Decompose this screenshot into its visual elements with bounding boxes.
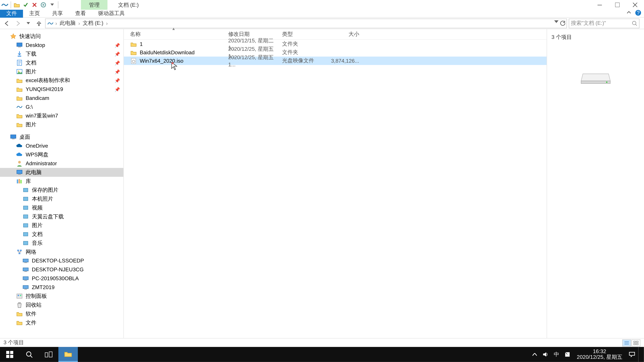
address-bar[interactable]: › 此电脑 › 文档 (E:) › [45, 18, 567, 28]
svg-rect-14 [12, 139, 14, 139]
svg-rect-13 [10, 135, 16, 138]
cloud-icon [16, 142, 23, 149]
tree-lib-item[interactable]: 图片 [0, 221, 124, 230]
tree-quick-item[interactable]: 文档📌 [0, 58, 124, 67]
explorer-taskbar-button[interactable] [58, 347, 78, 362]
crumb-thispc[interactable]: 此电脑 [59, 19, 76, 27]
tab-manage[interactable]: 管理 [81, 0, 108, 10]
chevron-right-icon[interactable]: › [106, 20, 108, 26]
qat-check-icon[interactable] [22, 1, 30, 9]
tree-quick-item[interactable]: 图片 [0, 120, 124, 129]
search-placeholder: 搜索"文档 (E:)" [571, 19, 606, 27]
tree-quick-item[interactable]: win7重装win7 [0, 111, 124, 120]
tree-network[interactable]: 网络 [0, 248, 124, 256]
refresh-icon[interactable] [560, 20, 566, 26]
column-type[interactable]: 类型 [282, 30, 326, 38]
app-icon[interactable] [1, 1, 9, 9]
tree-software[interactable]: 软件 [0, 309, 124, 318]
tree-onedrive[interactable]: OneDrive [0, 141, 124, 150]
tree-quick-item[interactable]: 下载📌 [0, 49, 124, 58]
tree-net-item[interactable]: DESKTOP-LSSOEDP [0, 256, 124, 265]
bird-icon [16, 103, 23, 110]
qat-dropdown-icon[interactable] [48, 1, 56, 9]
tray-overflow-icon[interactable] [530, 347, 540, 362]
ime-icon[interactable]: 中 [551, 347, 562, 362]
details-view-button[interactable] [622, 339, 631, 346]
tree-net-item[interactable]: ZMT2019 [0, 283, 124, 292]
back-button[interactable] [3, 19, 12, 28]
qat-close-icon[interactable] [30, 1, 38, 9]
svg-rect-26 [24, 232, 28, 236]
taskbar-clock[interactable]: 16:32 2020/12/25, 星期五 [573, 349, 626, 360]
crumb-drive[interactable]: 文档 (E:) [82, 19, 104, 27]
svg-rect-42 [18, 302, 21, 303]
start-button[interactable] [0, 347, 20, 362]
tree-wps[interactable]: WPS网盘 [0, 150, 124, 159]
search-input[interactable]: 搜索"文档 (E:)" [569, 18, 640, 28]
address-dropdown-icon[interactable] [554, 20, 558, 26]
pc-icon [22, 284, 29, 291]
tree-quick-access[interactable]: 快速访问 [0, 32, 124, 41]
tree-lib-item[interactable]: 音乐 [0, 239, 124, 248]
task-view-button[interactable] [39, 347, 58, 362]
tab-view[interactable]: 查看 [69, 9, 92, 17]
tree-lib-item[interactable]: 文档 [0, 230, 124, 239]
tree-net-item[interactable]: PC-20190530OBLA [0, 274, 124, 283]
tab-home[interactable]: 主页 [23, 9, 46, 17]
tree-quick-item[interactable]: 图片📌 [0, 67, 124, 76]
search-button[interactable] [20, 347, 39, 362]
tree-libraries[interactable]: 库 [0, 177, 124, 186]
tab-drive-tools[interactable]: 驱动器工具 [92, 9, 131, 17]
notification-badge-icon[interactable] [562, 347, 574, 362]
help-icon[interactable]: ? [635, 10, 642, 17]
svg-rect-30 [18, 253, 20, 254]
tree-desktop[interactable]: 桌面 [0, 133, 124, 141]
tree-recycle[interactable]: 回收站 [0, 301, 124, 309]
folder-icon [16, 77, 23, 84]
tree-lib-item[interactable]: 视频 [0, 203, 124, 212]
tree-quick-item[interactable]: Desktop📌 [0, 41, 124, 50]
tree-quick-item[interactable]: excel表格制作求和📌 [0, 76, 124, 85]
library-item-icon [22, 231, 29, 238]
tree-lib-item[interactable]: 天翼云盘下载 [0, 212, 124, 221]
star-icon [10, 33, 17, 40]
volume-icon[interactable] [540, 347, 551, 362]
tree-quick-item[interactable]: G:\ [0, 103, 124, 111]
tree-thispc[interactable]: 此电脑 [0, 168, 124, 177]
nav-tree: 快速访问 Desktop📌下载📌文档📌图片📌excel表格制作求和📌YUNQIS… [0, 29, 124, 338]
forward-button[interactable] [13, 19, 22, 28]
column-name[interactable]: 名称▲ [130, 30, 228, 38]
action-center-icon[interactable] [626, 347, 638, 362]
tab-share[interactable]: 共享 [46, 9, 69, 17]
svg-rect-29 [20, 250, 22, 251]
tree-quick-item[interactable]: Bandicam [0, 94, 124, 103]
tree-lib-item[interactable]: 本机照片 [0, 194, 124, 203]
tree-lib-item[interactable]: 保存的图片 [0, 186, 124, 195]
svg-rect-18 [17, 179, 18, 184]
qat-folder-icon[interactable] [13, 1, 21, 9]
file-row[interactable]: BaiduNetdiskDownload2020/12/25, 星期五 1...… [124, 48, 546, 56]
tab-file[interactable]: 文件 [0, 9, 23, 17]
column-size[interactable]: 大小 [326, 30, 362, 38]
file-row[interactable]: 12020/12/15, 星期二 1...文件夹 [124, 40, 546, 48]
minimize-button[interactable] [591, 0, 608, 10]
tree-net-item[interactable]: DESKTOP-NJEU3CG [0, 265, 124, 274]
tree-admin[interactable]: Administrator [0, 159, 124, 168]
chevron-right-icon[interactable]: › [55, 20, 57, 26]
show-desktop-button[interactable] [638, 347, 644, 362]
tree-control-panel[interactable]: 控制面板 [0, 292, 124, 301]
tree-label: Bandicam [26, 95, 49, 101]
qat-settings-icon[interactable] [40, 1, 47, 9]
icons-view-button[interactable] [632, 339, 640, 346]
chevron-right-icon[interactable]: › [78, 20, 80, 26]
column-date[interactable]: 修改日期 [228, 30, 282, 38]
search-icon[interactable] [632, 21, 637, 26]
close-button[interactable] [626, 0, 644, 10]
collapse-ribbon-icon[interactable] [626, 10, 633, 17]
file-row[interactable]: Win7x64_2020.iso2020/12/25, 星期五 1...光盘映像… [124, 57, 546, 65]
recent-dropdown-icon[interactable] [24, 19, 33, 28]
tree-quick-item[interactable]: YUNQISHI2019📌 [0, 85, 124, 94]
maximize-button[interactable] [608, 0, 626, 10]
up-button[interactable] [34, 19, 44, 28]
tree-files[interactable]: 文件 [0, 318, 124, 327]
